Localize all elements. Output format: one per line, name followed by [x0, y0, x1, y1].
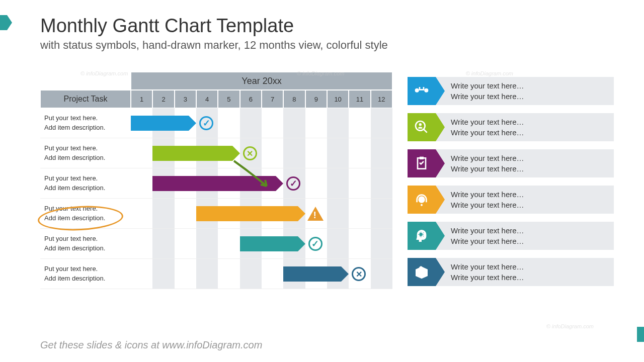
task-row: Put your text here.Add item description.	[40, 138, 392, 168]
legend-line: Write your text here…	[451, 80, 606, 91]
legend-item: Write your text here…Write your text her…	[408, 222, 614, 250]
watermark: © infoDiagram.com	[80, 70, 128, 76]
legend-item: Write your text here…Write your text her…	[408, 186, 614, 214]
status-x-icon	[351, 266, 366, 282]
task-desc: Add item description.	[44, 244, 127, 253]
legend-item: Write your text here…Write your text her…	[408, 113, 614, 141]
slide-title: Monthly Gantt Chart Template	[40, 15, 614, 37]
task-label: Put your text here.	[44, 264, 127, 274]
status-check-icon	[308, 236, 323, 251]
task-header: Project Task	[40, 90, 131, 108]
legend-item: Write your text here…Write your text her…	[408, 149, 614, 177]
clipboard-icon	[408, 149, 436, 177]
legend-line: Write your text here…	[451, 127, 606, 138]
task-desc: Add item description.	[44, 123, 127, 132]
watermark: © infoDiagram.com	[466, 70, 513, 76]
watermark: © infoDiagram.com	[297, 70, 344, 76]
month-cell: 12	[371, 90, 392, 108]
month-cell: 10	[327, 90, 349, 108]
task-label: Put your text here.	[44, 114, 127, 123]
legend: Write your text here…Write your text her…	[408, 77, 614, 289]
footer-text: Get these slides & icons at www.infoDiag…	[40, 339, 262, 351]
legend-item: Write your text here…Write your text her…	[408, 258, 614, 286]
month-cell: 7	[262, 90, 283, 108]
month-cell: 8	[283, 90, 305, 108]
gantt-bar	[196, 206, 298, 221]
task-row: Put your text here.Add item description.	[40, 259, 392, 289]
task-desc: Add item description.	[44, 153, 127, 162]
svg-point-4	[418, 196, 425, 203]
month-cell: 11	[349, 90, 370, 108]
legend-line: Write your text here…	[451, 225, 606, 236]
month-cell: 3	[175, 90, 196, 108]
month-cell: 9	[305, 90, 327, 108]
legend-line: Write your text here…	[451, 261, 606, 272]
accent-left	[0, 15, 7, 30]
legend-line: Write your text here…	[451, 189, 606, 200]
legend-line: Write your text here…	[451, 200, 606, 210]
binoculars-icon	[408, 77, 436, 105]
task-row: Put your text here.Add item description.	[40, 229, 392, 259]
task-label: Put your text here.	[44, 144, 127, 153]
legend-line: Write your text here…	[451, 153, 606, 163]
task-row: Put your text here.Add item description.	[40, 199, 392, 229]
gantt-bar	[283, 266, 341, 282]
headset-icon	[408, 186, 436, 214]
svg-rect-3	[420, 157, 424, 159]
legend-item: Write your text here…Write your text her…	[408, 77, 614, 105]
svg-point-5	[421, 204, 423, 206]
legend-line: Write your text here…	[451, 91, 606, 102]
month-cell: 4	[196, 90, 218, 108]
task-desc: Add item description.	[44, 274, 127, 283]
gantt-bar	[240, 236, 298, 251]
legend-line: Write your text here…	[451, 163, 606, 174]
gantt-bar	[131, 116, 189, 131]
svg-point-6	[419, 233, 423, 236]
status-warn-icon	[308, 206, 323, 221]
month-cell: 5	[218, 90, 239, 108]
legend-line: Write your text here…	[451, 117, 606, 127]
status-check-icon	[286, 176, 301, 191]
magnify-user-icon	[408, 113, 436, 141]
gantt-chart: Project Task Year 20xx 123456789101112 P…	[40, 72, 392, 289]
year-header: Year 20xx	[131, 72, 392, 90]
hand-drawn-arrow	[231, 158, 277, 196]
task-label: Put your text here.	[44, 234, 127, 243]
task-desc: Add item description.	[44, 184, 127, 193]
gantt-bar	[152, 146, 232, 161]
watermark: © infoDiagram.com	[546, 323, 594, 329]
month-cell: 6	[240, 90, 262, 108]
month-cell: 2	[152, 90, 174, 108]
task-row: Put your text here.Add item description.	[40, 168, 392, 199]
slide-subtitle: with status symbols, hand-drawn marker, …	[40, 39, 614, 52]
box-icon	[408, 258, 436, 286]
accent-right	[637, 327, 644, 342]
task-row: Put your text here.Add item description.	[40, 108, 392, 138]
task-label: Put your text here.	[44, 174, 127, 183]
status-check-icon	[199, 116, 214, 131]
head-gear-icon	[408, 222, 436, 250]
svg-point-1	[419, 123, 422, 126]
month-cell: 1	[131, 90, 152, 108]
legend-line: Write your text here…	[451, 236, 606, 246]
legend-line: Write your text here…	[451, 272, 606, 283]
